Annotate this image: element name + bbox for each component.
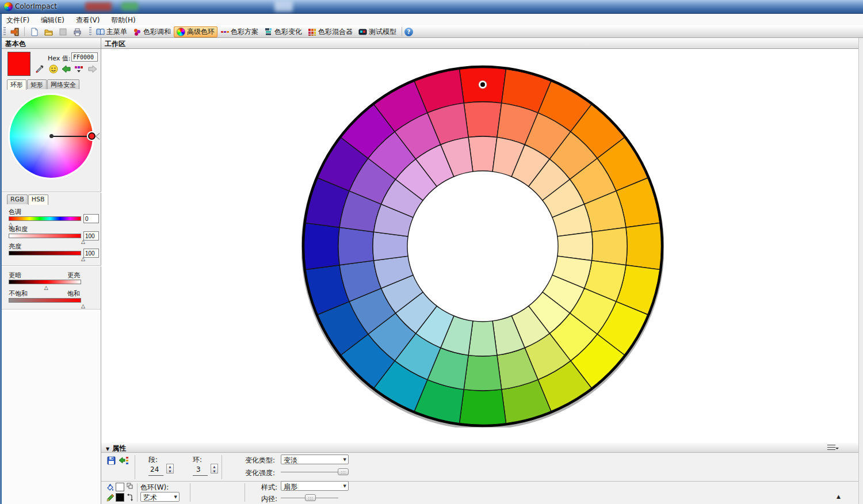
toolbar-color-harmony[interactable]: 色彩调和 — [130, 26, 174, 37]
picker-selection-marker[interactable] — [88, 132, 96, 140]
rings-value[interactable]: 3 — [196, 465, 201, 474]
saturation-value-input[interactable] — [83, 231, 99, 240]
unsaturated-label: 不饱和 — [9, 289, 28, 298]
fill-bucket-icon[interactable] — [106, 483, 114, 494]
toolbar-separator — [24, 27, 25, 36]
test-model-icon — [358, 28, 367, 36]
hue-value-input[interactable] — [83, 214, 99, 223]
help-button[interactable]: ? — [404, 28, 413, 36]
tab-websafe[interactable]: 网络安全 — [47, 79, 79, 89]
toolbar-grip[interactable] — [3, 27, 6, 36]
base-color-header: 基本色 — [2, 38, 101, 49]
darker-label: 更暗 — [9, 271, 21, 280]
brightness-slider-label: 亮度 — [9, 242, 21, 251]
collapse-panel-button[interactable]: ▲ — [837, 494, 841, 499]
copy-style-icon[interactable] — [127, 483, 133, 491]
new-button[interactable] — [27, 26, 41, 37]
scheme-bars-icon — [220, 28, 229, 36]
wheel-cell[interactable] — [591, 227, 627, 265]
tab-rgb[interactable]: RGB — [7, 194, 28, 204]
brightness-value-input[interactable] — [83, 249, 99, 258]
stroke-color-swatch[interactable] — [116, 493, 124, 502]
menu-help[interactable]: 帮助(H) — [106, 14, 140, 25]
properties-title: 属性 — [112, 444, 126, 452]
properties-header[interactable]: ▼属性 — [101, 443, 858, 453]
saturation-slider[interactable] — [9, 234, 81, 238]
saturation-range-marker[interactable]: △ — [81, 304, 85, 308]
rings-spinner[interactable]: ▲▼ — [211, 464, 218, 474]
wheel-cell[interactable] — [459, 390, 506, 425]
lighter-label: 更亮 — [67, 271, 80, 280]
toolbar-test-model[interactable]: 测试模型 — [356, 26, 399, 37]
open-folder-icon — [44, 28, 53, 36]
toolbar-color-mixer[interactable]: 色彩混合器 — [305, 26, 356, 37]
darker-lighter-marker[interactable]: △ — [44, 285, 48, 290]
wheel-cell[interactable] — [464, 102, 502, 138]
chevron-down-icon: ▼ — [343, 484, 346, 488]
menu-file[interactable]: 文件(F) — [2, 14, 34, 25]
toolbar-color-variation[interactable]: 色彩变化 — [261, 26, 305, 37]
hue-saturation-picker[interactable] — [7, 95, 100, 181]
wheel-cell[interactable] — [304, 223, 339, 269]
window-title: ColorImpact — [15, 2, 57, 10]
mixer-grid-icon — [308, 28, 316, 36]
title-bar[interactable]: ColorImpact — [0, 0, 863, 14]
tab-ring[interactable]: 环形 — [7, 79, 26, 90]
forward-arrow-icon[interactable] — [88, 64, 97, 74]
color-mode-tabs: RGB HSB — [7, 194, 49, 205]
palette-dropdown-icon[interactable] — [74, 64, 83, 74]
smiley-icon[interactable] — [49, 64, 58, 74]
variation-type-dropdown[interactable]: 变淡 ▼ — [281, 455, 349, 464]
toolbar-grip-2[interactable] — [89, 27, 91, 36]
wheel-kind-dropdown[interactable]: 艺术 ▼ — [140, 492, 180, 502]
wheel-cell[interactable] — [338, 227, 374, 265]
segments-spinner[interactable]: ▲▼ — [166, 464, 174, 474]
variation-strength-handle[interactable] — [338, 468, 349, 475]
rows-divider — [101, 481, 858, 482]
swap-colors-icon[interactable] — [127, 494, 133, 503]
picker-edge-pointer — [96, 133, 100, 140]
exit-button[interactable] — [7, 26, 22, 37]
panel-menu-icon[interactable] — [827, 445, 835, 451]
eyedropper-icon[interactable] — [35, 64, 44, 74]
tab-rect[interactable]: 矩形 — [27, 79, 47, 89]
color-wheel-canvas[interactable] — [301, 65, 664, 427]
style-dropdown[interactable]: 扇形 ▼ — [281, 481, 349, 491]
darker-lighter-slider[interactable] — [9, 280, 81, 284]
variation-strength-label: 变化强度: — [245, 468, 275, 478]
wheel-cell[interactable] — [557, 232, 593, 261]
hex-input[interactable] — [71, 52, 98, 62]
print-icon — [73, 28, 82, 36]
back-arrow-icon[interactable] — [62, 64, 71, 74]
rings-label: 环: — [193, 455, 202, 465]
saturation-range-slider[interactable] — [9, 298, 81, 303]
wheel-cell[interactable] — [373, 232, 408, 261]
separator — [190, 483, 190, 502]
rings-underline — [193, 475, 208, 476]
toolbar-main-menu[interactable]: 主菜单 — [93, 26, 130, 37]
wheel-cell[interactable] — [626, 223, 662, 269]
toolbar-color-scheme[interactable]: 色彩方案 — [217, 26, 261, 37]
wheel-cell[interactable] — [468, 136, 497, 171]
menu-view[interactable]: 查看(V) — [71, 14, 105, 25]
brightness-slider[interactable] — [9, 251, 81, 255]
wheel-cell[interactable] — [464, 355, 502, 391]
export-colors-button[interactable] — [119, 456, 129, 467]
print-button[interactable] — [70, 26, 85, 37]
current-color-swatch — [7, 52, 30, 76]
save-palette-button[interactable] — [107, 456, 116, 467]
open-button[interactable] — [41, 26, 56, 37]
tab-hsb[interactable]: HSB — [28, 194, 48, 205]
menu-edit[interactable]: 编辑(E) — [36, 14, 69, 25]
save-button[interactable] — [56, 26, 70, 37]
hue-slider[interactable] — [9, 216, 81, 221]
toolbar-advanced-wheel[interactable]: 高级色环 — [174, 26, 217, 37]
fill-color-swatch[interactable] — [116, 483, 124, 491]
segments-value[interactable]: 24 — [150, 465, 159, 474]
color-wheel-icon — [177, 28, 185, 36]
color-tools-row — [32, 64, 100, 75]
wheel-cell[interactable] — [468, 321, 497, 356]
stroke-pencil-icon[interactable] — [106, 494, 114, 504]
inner-radius-handle[interactable] — [305, 494, 316, 501]
variation-stack-icon — [264, 28, 273, 36]
